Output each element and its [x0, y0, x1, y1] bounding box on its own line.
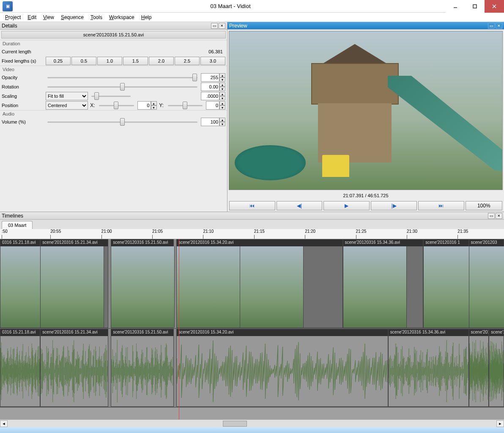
details-header-label: Details	[2, 23, 17, 29]
ruler-tick: :50	[2, 229, 8, 239]
fixed-length-button[interactable]: 0.5	[71, 57, 96, 65]
scroll-left-button[interactable]: ◄	[0, 420, 8, 427]
volume-up[interactable]: ▲	[219, 118, 225, 122]
scaling-down[interactable]: ▼	[219, 96, 225, 100]
clip-label: 0316 15.21.18.avi	[0, 329, 40, 336]
fixed-length-button[interactable]: 1.0	[97, 57, 122, 65]
video-clip[interactable]: scene'20120316 15.34.20.avi	[176, 239, 342, 328]
timelines-header: Timelines ▭ ✕	[0, 212, 504, 220]
timeline-tab[interactable]: 03 Maart	[2, 221, 33, 229]
y-down[interactable]: ▼	[219, 105, 225, 110]
menu-edit[interactable]: Edit	[24, 14, 40, 21]
opacity-slider[interactable]	[47, 74, 197, 81]
volume-input[interactable]	[201, 118, 219, 126]
audio-clip[interactable]: scene'20120316 1	[469, 329, 489, 407]
timelines-close-icon[interactable]: ✕	[496, 213, 502, 219]
scroll-right-button[interactable]: ►	[496, 420, 504, 427]
menu-view[interactable]: View	[40, 14, 58, 21]
audio-clip[interactable]: scene'20120316 15.21.34.avi	[40, 329, 108, 407]
position-y-input[interactable]	[206, 101, 219, 110]
video-clip[interactable]: 0316 15.21.18.avi	[0, 239, 40, 328]
audio-clip[interactable]: scene'20120316 15.34.36.avi	[388, 329, 469, 407]
playhead[interactable]	[179, 239, 179, 419]
details-header: Details ▭ ✕	[0, 22, 227, 30]
opacity-up[interactable]: ▲	[219, 73, 225, 77]
audio-clip[interactable]: scene'20120316 15.21.50.avi	[111, 329, 174, 407]
svg-rect-1	[473, 5, 477, 8]
video-clip[interactable]: scene'201203	[469, 239, 504, 328]
maximize-button[interactable]	[465, 0, 485, 13]
audio-track[interactable]: 0316 15.21.18.aviscene'20120316 15.21.34…	[0, 329, 504, 408]
step-forward-button[interactable]: |▶	[371, 201, 417, 210]
clip-thumbnail	[177, 246, 240, 328]
clip-thumbnail	[41, 246, 104, 328]
scaling-up[interactable]: ▲	[219, 92, 225, 96]
timeline-tracks[interactable]: 0316 15.21.18.aviscene'20120316 15.21.34…	[0, 239, 504, 419]
x-up[interactable]: ▲	[151, 101, 157, 105]
video-clip[interactable]: scene'20120316 1	[423, 239, 468, 328]
audio-clip[interactable]: scene'201203	[489, 329, 504, 407]
rotation-down[interactable]: ▼	[219, 87, 225, 91]
position-x-input[interactable]	[137, 101, 151, 110]
scroll-thumb[interactable]	[223, 421, 247, 427]
details-close-icon[interactable]: ✕	[219, 23, 225, 29]
app-icon: ▣	[3, 1, 13, 11]
y-label: Y:	[159, 102, 164, 108]
scaling-input[interactable]	[201, 92, 219, 100]
preview-viewport	[229, 31, 503, 190]
rotation-input[interactable]	[201, 83, 219, 91]
step-back-button[interactable]: ◀|	[277, 201, 323, 210]
menu-project[interactable]: Project	[2, 14, 24, 21]
video-clip[interactable]: scene'20120316 15.21.34.avi	[40, 239, 108, 328]
y-up[interactable]: ▲	[219, 101, 225, 105]
menu-tools[interactable]: Tools	[87, 14, 106, 21]
fixed-length-button[interactable]: 2.5	[175, 57, 200, 65]
video-clip[interactable]: scene'20120316 15.34.36.avi	[343, 239, 424, 328]
audio-clip[interactable]: 0316 15.21.18.avi	[0, 329, 40, 407]
opacity-input[interactable]	[201, 73, 219, 82]
scaling-slider[interactable]	[91, 92, 131, 100]
zoom-display[interactable]: 100%	[466, 201, 502, 210]
window-title: 03 Maart - Vidiot	[15, 3, 446, 9]
video-track[interactable]: 0316 15.21.18.aviscene'20120316 15.21.34…	[0, 239, 504, 329]
menu-sequence[interactable]: Sequence	[58, 14, 87, 21]
clip-thumbnail	[343, 246, 407, 328]
timelines-maximize-icon[interactable]: ▭	[488, 213, 495, 219]
details-maximize-icon[interactable]: ▭	[211, 23, 218, 29]
details-panel: Details ▭ ✕ scene'20120316 15.21.50.avi …	[0, 22, 227, 212]
preview-maximize-icon[interactable]: ▭	[488, 23, 495, 29]
scaling-select[interactable]: Fit to fill	[46, 92, 88, 100]
scaling-label: Scaling	[2, 94, 44, 99]
current-length-value: 06.381	[208, 49, 225, 54]
clip-label: scene'20120316 1	[424, 240, 468, 246]
goto-start-button[interactable]: ⏮	[229, 201, 275, 210]
position-x-slider[interactable]	[99, 102, 134, 109]
position-y-slider[interactable]	[168, 102, 203, 109]
volume-down[interactable]: ▼	[219, 122, 225, 126]
play-button[interactable]: ▶	[323, 201, 370, 210]
timeline-ruler[interactable]: :50 20:5521:0021:0521:1021:1521:2021:252…	[0, 229, 504, 239]
fixed-length-button[interactable]: 1.5	[123, 57, 148, 65]
horizontal-scrollbar[interactable]: ◄ ►	[0, 419, 504, 427]
rotation-up[interactable]: ▲	[219, 83, 225, 87]
clip-thumbnail	[469, 246, 504, 328]
volume-slider[interactable]	[47, 118, 197, 126]
rotation-slider[interactable]	[47, 83, 197, 91]
preview-close-icon[interactable]: ✕	[496, 23, 502, 29]
opacity-down[interactable]: ▼	[219, 77, 225, 82]
x-down[interactable]: ▼	[151, 105, 157, 110]
minimize-button[interactable]	[446, 0, 465, 13]
clip-thumbnail	[111, 246, 175, 328]
position-select[interactable]: Centered	[46, 101, 88, 110]
video-clip[interactable]: scene'20120316 15.21.50.avi	[111, 239, 174, 328]
fixed-lengths-label: Fixed lengths (s)	[2, 58, 44, 63]
menu-help[interactable]: Help	[138, 14, 155, 21]
goto-end-button[interactable]: ⏭	[418, 201, 464, 210]
position-label: Position	[2, 103, 44, 108]
fixed-length-button[interactable]: 3.0	[200, 57, 225, 65]
close-button[interactable]	[485, 0, 504, 13]
audio-clip[interactable]: scene'20120316 15.34.20.avi	[176, 329, 388, 407]
fixed-length-button[interactable]: 2.0	[149, 57, 174, 65]
menu-workspace[interactable]: Workspace	[106, 14, 138, 21]
fixed-length-button[interactable]: 0.25	[46, 57, 71, 65]
